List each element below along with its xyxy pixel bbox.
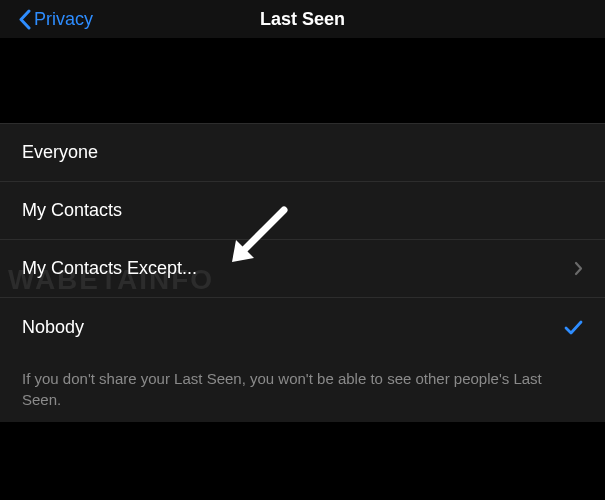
chevron-right-icon — [574, 261, 583, 276]
option-label: My Contacts Except... — [22, 258, 197, 279]
footer-description: If you don't share your Last Seen, you w… — [0, 356, 605, 422]
page-title: Last Seen — [260, 9, 345, 30]
back-label: Privacy — [34, 9, 93, 30]
option-everyone[interactable]: Everyone — [0, 124, 605, 182]
option-my-contacts[interactable]: My Contacts — [0, 182, 605, 240]
bottom-fill — [0, 422, 605, 500]
chevron-back-icon — [18, 9, 31, 30]
checkmark-icon — [564, 320, 583, 335]
header-gap — [0, 38, 605, 123]
option-label: Everyone — [22, 142, 98, 163]
options-list: Everyone My Contacts My Contacts Except.… — [0, 123, 605, 356]
option-my-contacts-except[interactable]: My Contacts Except... — [0, 240, 605, 298]
option-label: My Contacts — [22, 200, 122, 221]
back-button[interactable]: Privacy — [18, 9, 93, 30]
header-bar: Privacy Last Seen — [0, 0, 605, 38]
option-label: Nobody — [22, 317, 84, 338]
option-nobody[interactable]: Nobody — [0, 298, 605, 356]
